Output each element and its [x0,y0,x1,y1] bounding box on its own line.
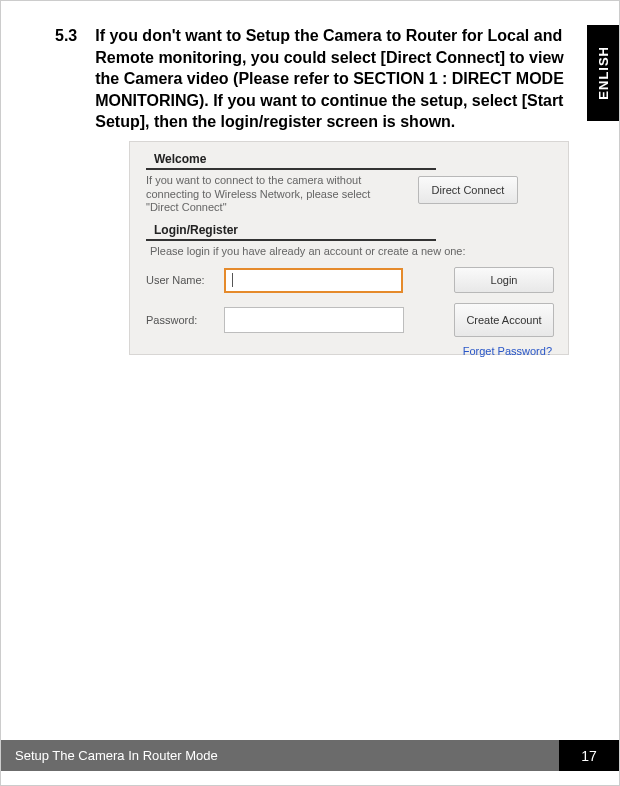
password-label: Password: [146,314,216,326]
text-cursor [232,273,233,287]
create-account-button[interactable]: Create Account [454,303,554,337]
content-area: 5.3 If you don't want to Setup the Camer… [1,1,619,355]
login-register-header: Login/Register [146,221,436,241]
section-5-3: 5.3 If you don't want to Setup the Camer… [55,25,583,133]
username-row: User Name: Login [146,267,554,293]
username-input[interactable] [224,268,403,293]
page-footer: Setup The Camera In Router Mode 17 [1,740,619,771]
login-register-screenshot: Welcome If you want to connect to the ca… [129,141,569,355]
section-text: If you don't want to Setup the Camera to… [95,25,583,133]
page: ENLISH 5.3 If you don't want to Setup th… [0,0,620,786]
login-button[interactable]: Login [454,267,554,293]
welcome-header: Welcome [146,150,436,170]
password-input[interactable] [224,307,404,333]
welcome-row: If you want to connect to the camera wit… [146,174,554,215]
language-tab: ENLISH [587,25,619,121]
footer-title: Setup The Camera In Router Mode [1,740,559,771]
username-label: User Name: [146,274,216,286]
login-note: Please login if you have already an acco… [150,245,554,257]
language-tab-label: ENLISH [596,46,611,100]
welcome-text: If you want to connect to the camera wit… [146,174,406,215]
footer-page-number: 17 [559,740,619,771]
forgot-password-link[interactable]: Forget Password? [146,345,552,357]
direct-connect-button[interactable]: Direct Connect [418,176,518,204]
password-row: Password: Create Account [146,303,554,337]
section-number: 5.3 [55,25,77,133]
